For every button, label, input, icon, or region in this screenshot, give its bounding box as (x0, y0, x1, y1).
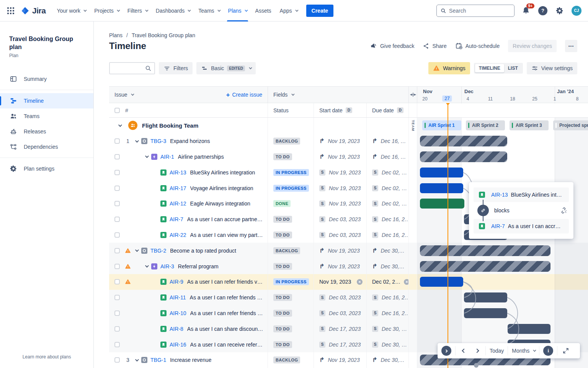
share-button[interactable]: Share (423, 43, 446, 49)
nav-item-dashboards[interactable]: Dashboards (152, 0, 194, 21)
unlink-button[interactable] (560, 207, 567, 214)
sidebar-item-teams[interactable]: Teams (0, 108, 93, 124)
status-cell[interactable]: BACKLOG (268, 133, 314, 149)
settings-button[interactable] (554, 5, 565, 16)
date-value[interactable]: Dec 02, 2… (372, 279, 400, 285)
date-value[interactable]: Nov 19, 2023 (328, 154, 359, 160)
date-value[interactable]: Dec 02, … (382, 169, 407, 176)
schedule-bar-TBG-3[interactable] (420, 136, 507, 146)
row-checkbox[interactable] (114, 295, 120, 300)
nav-item-assets[interactable]: Assets (251, 0, 276, 21)
issue-row-AIR-13[interactable]: AIR-13BlueSky Airlines integrationIN PRO… (109, 164, 588, 180)
issue-key-link[interactable]: AIR-9 (170, 279, 183, 285)
issue-key-link[interactable]: TBG-3 (150, 138, 166, 144)
status-cell[interactable]: IN PROGRESS (268, 274, 314, 290)
expand-panel-button[interactable] (441, 346, 451, 356)
row-checkbox[interactable] (114, 326, 120, 332)
drag-handle[interactable] (474, 363, 479, 368)
status-cell[interactable]: IN PROGRESS (268, 164, 314, 180)
row-checkbox[interactable] (114, 357, 120, 363)
expand-row-icon[interactable] (143, 263, 150, 270)
sidebar-item-releases[interactable]: Releases (0, 124, 93, 139)
date-value[interactable]: Dec 30,… (381, 248, 404, 254)
issue-key-link[interactable]: AIR-12 (170, 200, 186, 207)
mode-list[interactable]: LIST (504, 64, 522, 72)
status-cell[interactable]: TO DO (268, 212, 314, 227)
date-value[interactable]: Dec 16, … (381, 138, 406, 144)
status-cell[interactable]: TO DO (268, 337, 314, 352)
info-button[interactable]: i (543, 346, 553, 356)
schedule-bar-AIR-1[interactable] (420, 151, 507, 162)
breadcrumb-plans[interactable]: Plans (109, 32, 122, 38)
row-checkbox[interactable] (114, 170, 120, 175)
clear-date-icon[interactable]: × (404, 279, 409, 285)
sprint-chip[interactable]: AIR Sprint 2 (466, 120, 505, 130)
review-changes-button[interactable]: Review changes (508, 40, 557, 52)
issue-row-AIR-10[interactable]: AIR-10As a user I can refer friends …TO … (109, 306, 588, 321)
chevron-down-icon[interactable] (116, 122, 123, 129)
nav-item-projects[interactable]: Projects (90, 0, 123, 21)
date-value[interactable]: Nov 19, 2023 (329, 200, 361, 207)
date-value[interactable]: Dec 16, 2… (382, 294, 409, 301)
status-cell[interactable]: TO DO (268, 306, 314, 321)
jira-logo[interactable]: Jira (21, 6, 46, 15)
date-value[interactable]: Dec 16, 2… (382, 216, 409, 222)
status-cell[interactable]: TO DO (268, 149, 314, 165)
date-value[interactable]: Dec 02, … (382, 200, 407, 207)
scroll-right-button[interactable] (472, 346, 482, 355)
sidebar-item-summary[interactable]: Summary (0, 71, 93, 87)
help-button[interactable]: ? (537, 5, 548, 16)
date-value[interactable]: Nov 19, 2023 (328, 248, 359, 254)
date-value[interactable]: Dec 02, … (382, 185, 407, 191)
sprint-chip[interactable]: AIR Sprint 1 (422, 120, 461, 130)
status-cell[interactable]: BACKLOG (268, 243, 314, 258)
expand-row-icon[interactable] (133, 138, 140, 145)
expand-row-icon[interactable] (133, 247, 140, 254)
issue-key-link[interactable]: AIR-3 (160, 263, 174, 269)
nav-item-apps[interactable]: Apps (276, 0, 302, 21)
more-actions-button[interactable]: ••• (565, 40, 577, 52)
notifications-button[interactable]: 9+ (521, 5, 531, 16)
schedule-bar-AIR-8[interactable] (508, 324, 550, 334)
search-input[interactable] (449, 8, 510, 14)
schedule-bar-AIR-11[interactable] (464, 292, 507, 302)
user-avatar[interactable]: CJ (571, 5, 582, 16)
date-value[interactable]: Dec 17, 2023 (329, 326, 361, 332)
issue-header-dropdown[interactable]: Issue (114, 92, 133, 98)
tooltip-source-issue[interactable]: AIR-13 BlueSky Airlines int… (474, 187, 569, 202)
row-checkbox[interactable] (114, 279, 120, 284)
give-feedback-button[interactable]: Give feedback (370, 42, 415, 50)
select-all-checkbox[interactable] (114, 108, 120, 113)
collapse-fields-control[interactable] (409, 87, 417, 103)
clear-date-icon[interactable]: × (357, 279, 363, 285)
status-cell[interactable]: TO DO (268, 321, 314, 337)
warnings-button[interactable]: Warnings (428, 62, 470, 74)
view-settings-button[interactable]: View settings (527, 62, 577, 74)
date-value[interactable]: Dec 30, … (382, 342, 407, 348)
row-checkbox[interactable] (114, 342, 120, 347)
issue-key-link[interactable]: AIR-8 (170, 326, 183, 332)
issue-key-link[interactable]: AIR-17 (170, 185, 186, 191)
date-value[interactable]: Dec 16, 2… (382, 310, 409, 316)
issue-key-link[interactable]: AIR-11 (170, 294, 186, 301)
expand-row-icon[interactable] (133, 356, 140, 363)
row-checkbox[interactable] (114, 201, 120, 206)
today-button[interactable]: Today (490, 348, 504, 354)
tooltip-target-issue[interactable]: AIR-7 As a user I can accr… (474, 219, 569, 233)
sidebar-item-timeline[interactable]: Timeline (0, 93, 93, 108)
issue-key-link[interactable]: AIR-1 (160, 154, 174, 160)
create-issue-button[interactable]: + Create issue (226, 92, 262, 98)
sprint-chip[interactable]: AIR Sprint 3 (510, 120, 549, 130)
status-cell[interactable]: IN PROGRESS (268, 180, 314, 196)
date-value[interactable]: Nov 19, 2023 (328, 263, 359, 269)
date-value[interactable]: Nov 19, 2023 (328, 138, 359, 144)
schedule-bar-TBG-2[interactable] (420, 245, 550, 256)
issue-row-AIR-9[interactable]: AIR-9As a user I can refer friends v…IN … (109, 274, 588, 290)
row-checkbox[interactable] (114, 154, 120, 159)
sidebar-item-dependencies[interactable]: Dependencies (0, 139, 93, 154)
issue-key-link[interactable]: AIR-16 (170, 342, 186, 348)
app-switcher-icon[interactable] (5, 5, 17, 17)
issue-row-AIR-11[interactable]: AIR-11As a user I can refer friends …TO … (109, 290, 588, 306)
schedule-bar-AIR-9[interactable] (420, 277, 463, 287)
issue-key-link[interactable]: AIR-22 (170, 232, 186, 238)
